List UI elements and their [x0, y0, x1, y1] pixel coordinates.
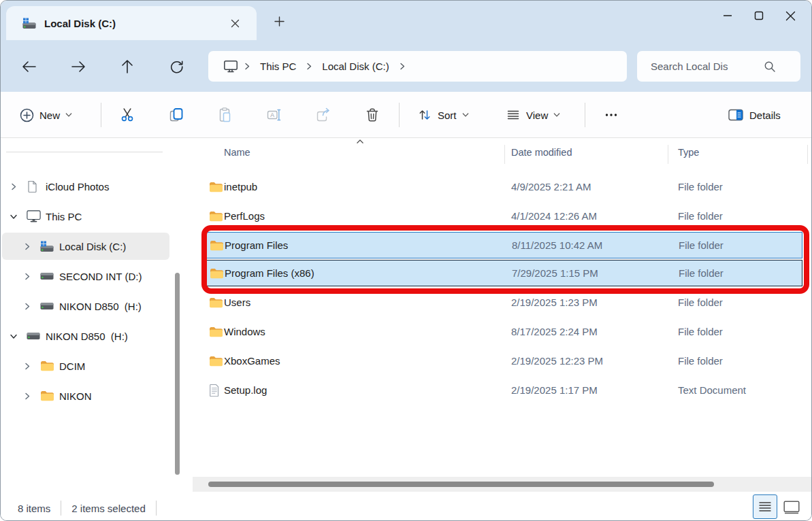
refresh-icon[interactable]: [164, 54, 189, 79]
sidebar-item-label: SECOND INT (D:): [59, 271, 142, 282]
share-icon[interactable]: [310, 101, 337, 129]
cut-icon[interactable]: [114, 101, 141, 129]
sort-button[interactable]: Sort: [410, 101, 476, 129]
sidebar-item-icon: [27, 210, 46, 222]
chevron-down-icon: [462, 112, 469, 118]
file-row[interactable]: Program Files (x86) 7/29/2025 1:15 PM Fi…: [205, 260, 802, 286]
details-view-toggle-icon[interactable]: [753, 494, 777, 519]
navigation-bar: This PC Local Disk (C:): [1, 40, 811, 92]
file-explorer-window: Local Disk (C:): [0, 0, 812, 521]
file-row[interactable]: Setup.log 2/19/2025 1:17 PM Text Documen…: [205, 375, 802, 405]
close-icon[interactable]: [775, 3, 806, 28]
delete-icon[interactable]: [359, 101, 386, 129]
new-button[interactable]: New: [13, 101, 79, 129]
tree-chevron-icon[interactable]: [10, 183, 27, 190]
sidebar-item[interactable]: NIKON D850 (H:): [2, 292, 169, 320]
file-row[interactable]: Program Files 8/11/2025 10:42 AM File fo…: [205, 232, 802, 258]
horizontal-scrollbar-thumb[interactable]: [208, 482, 714, 487]
minimize-icon[interactable]: [712, 3, 743, 28]
toolbar-divider: [399, 103, 400, 127]
tree-chevron-icon[interactable]: [24, 303, 40, 310]
svg-text:A: A: [270, 112, 274, 118]
file-row[interactable]: Windows 8/17/2025 2:24 PM File folder: [205, 317, 802, 346]
search-input[interactable]: [637, 61, 764, 72]
horizontal-scrollbar[interactable]: [193, 477, 812, 492]
breadcrumb[interactable]: This PC Local Disk (C:): [208, 51, 627, 82]
file-date-modified: 8/17/2025 2:24 PM: [511, 317, 598, 346]
sidebar-item-icon: [40, 360, 59, 371]
search-icon[interactable]: [764, 61, 776, 73]
file-date-modified: 2/19/2025 1:17 PM: [511, 375, 598, 405]
sidebar-item[interactable]: Local Disk (C:): [2, 233, 169, 260]
up-icon[interactable]: [115, 54, 140, 79]
file-row[interactable]: PerfLogs 4/1/2024 12:26 AM File folder: [205, 201, 802, 231]
file-type-icon: [210, 268, 223, 279]
search-box: [637, 51, 800, 82]
column-divider[interactable]: [807, 145, 808, 164]
column-header-type[interactable]: Type: [678, 147, 699, 158]
sort-arrows-icon: [417, 107, 432, 122]
file-row[interactable]: XboxGames 2/19/2025 12:23 PM File folder: [205, 346, 802, 375]
sort-button-label: Sort: [438, 110, 457, 121]
tree-chevron-icon[interactable]: [10, 213, 27, 220]
drive-windows-icon: [22, 18, 36, 29]
file-type-icon: [210, 240, 223, 251]
sidebar-item-icon: [40, 272, 59, 281]
file-row[interactable]: Users 2/19/2025 1:23 PM File folder: [205, 288, 802, 317]
sidebar-item[interactable]: This PC: [2, 203, 169, 230]
maximize-icon[interactable]: [743, 3, 775, 28]
back-icon[interactable]: [17, 54, 42, 79]
file-name: Windows: [224, 317, 265, 346]
sidebar-scrollbar[interactable]: [175, 273, 180, 475]
sidebar-item[interactable]: SECOND INT (D:): [2, 263, 169, 290]
chevron-right-icon: [393, 63, 411, 70]
command-bar: New A Sort: [1, 92, 811, 138]
details-pane-icon: [728, 107, 744, 122]
sidebar-item-icon: [40, 241, 59, 252]
file-row[interactable]: inetpub 4/9/2025 2:21 AM File folder: [205, 172, 802, 201]
file-name: inetpub: [224, 172, 257, 201]
sidebar-item[interactable]: iCloud Photos: [2, 173, 169, 200]
file-type: File folder: [679, 260, 724, 286]
file-date-modified: 2/19/2025 12:23 PM: [511, 346, 603, 375]
sidebar-item-icon: [40, 390, 59, 401]
sidebar-item-label: This PC: [46, 211, 82, 222]
forward-icon[interactable]: [66, 54, 91, 79]
view-button-label: View: [526, 110, 548, 121]
file-type-icon: [209, 182, 223, 192]
sidebar-item-icon: [27, 180, 46, 193]
paste-icon[interactable]: [212, 101, 239, 129]
tree-chevron-icon[interactable]: [10, 333, 27, 340]
tree-chevron-icon[interactable]: [24, 243, 40, 250]
view-button[interactable]: View: [499, 101, 567, 129]
large-icons-view-toggle-icon[interactable]: [782, 499, 801, 516]
sidebar-item-icon: [40, 302, 59, 311]
chevron-down-icon: [553, 112, 560, 118]
plus-circle-icon: [20, 108, 34, 122]
sidebar-item[interactable]: NIKON: [2, 382, 169, 409]
rename-icon[interactable]: A: [261, 101, 288, 129]
tree-chevron-icon[interactable]: [24, 363, 40, 370]
copy-icon[interactable]: [163, 101, 190, 129]
column-divider[interactable]: [668, 145, 668, 164]
tab-close-icon[interactable]: [225, 14, 244, 33]
sidebar-item-label: iCloud Photos: [46, 181, 109, 192]
breadcrumb-local-disk-c[interactable]: Local Disk (C:): [318, 61, 393, 72]
column-divider[interactable]: [504, 145, 505, 164]
new-tab-icon[interactable]: [269, 11, 289, 31]
sidebar-item-label: Local Disk (C:): [59, 241, 126, 252]
sidebar-item[interactable]: DCIM: [2, 352, 169, 380]
file-type: File folder: [678, 346, 723, 375]
monitor-icon: [223, 60, 238, 73]
tab-local-disk-c[interactable]: Local Disk (C:): [6, 6, 257, 40]
breadcrumb-this-pc[interactable]: This PC: [256, 61, 300, 72]
tree-chevron-icon[interactable]: [24, 273, 40, 280]
column-header-name[interactable]: Name: [224, 147, 250, 158]
details-button[interactable]: Details: [721, 101, 787, 129]
file-name: Users: [224, 288, 250, 317]
sidebar-item[interactable]: NIKON D850 (H:): [2, 322, 169, 350]
more-options-icon[interactable]: [598, 101, 625, 129]
column-header-date-modified[interactable]: Date modified: [511, 147, 572, 158]
file-date-modified: 8/11/2025 10:42 AM: [512, 233, 602, 258]
tree-chevron-icon[interactable]: [24, 392, 40, 400]
